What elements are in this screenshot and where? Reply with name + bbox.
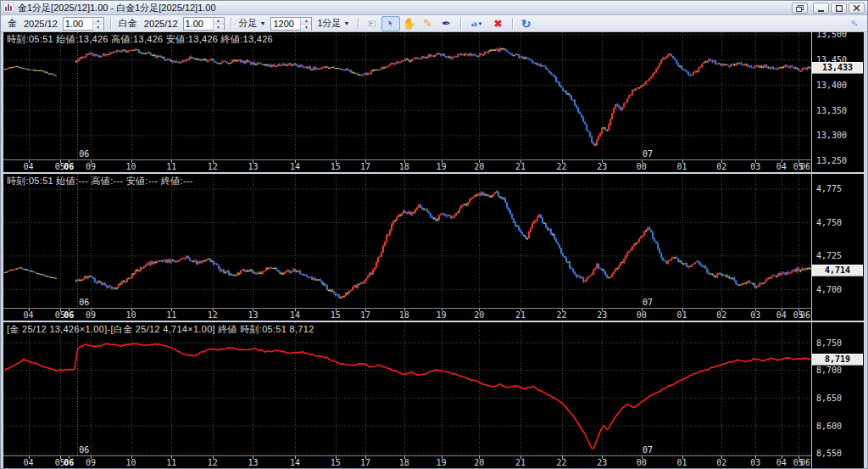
gold-chart-panel: 時刻:05:51 始値:13,426 高値:13,426 安値:13,426 終… (3, 32, 864, 172)
x-tick-label: 12 (208, 458, 218, 467)
x-tick-label: 06 (800, 162, 810, 171)
x-tick-label: 09 (86, 162, 96, 171)
x-tick-label: 22 (556, 310, 566, 320)
y-tick-label: 4,725 (816, 251, 842, 260)
platinum-multiplier-stepper[interactable]: ▲▼ (183, 17, 225, 31)
x-tick-label: 23 (597, 162, 607, 171)
x-tick-label: 02 (716, 310, 726, 320)
x-tick-label: 17 (360, 310, 370, 320)
x-tick-label: 04 (24, 458, 34, 467)
float-window-icon (796, 5, 804, 12)
bar-count-spin-arrows[interactable]: ▲▼ (300, 18, 311, 30)
toolbar-separator (358, 18, 359, 30)
pan-hand-tool-button[interactable]: ✋ (400, 16, 419, 31)
x-tick-label: 22 (556, 162, 566, 171)
x-tick-label: 13 (248, 458, 258, 467)
hand-icon: ✋ (402, 17, 415, 30)
day-change-label: 07 (643, 298, 653, 307)
chart-cursor-icon (369, 18, 376, 30)
x-tick-label: 10 (126, 162, 136, 171)
gold-plot-area[interactable]: 時刻:05:51 始値:13,426 高値:13,426 安値:13,426 終… (3, 32, 812, 172)
key-icon (851, 18, 858, 29)
x-tick-label: 17 (360, 458, 370, 467)
current-price-tag: 4,714 (812, 265, 863, 276)
gold-contract-month: 2025/12 (24, 19, 58, 29)
chevron-down-icon: ▼ (478, 21, 483, 26)
x-tick-label: 19 (436, 162, 446, 171)
toolbar-separator (110, 18, 111, 30)
x-tick-label: 11 (166, 162, 176, 171)
bar-count-stepper[interactable]: ▲▼ (270, 17, 312, 31)
day-change-label: 06 (79, 298, 89, 307)
chevron-down-icon: ▼ (260, 20, 266, 26)
platinum-label: 白金 (119, 17, 137, 30)
day-change-label: 07 (643, 445, 653, 455)
pen-draw-tool-button[interactable]: ✒ (437, 16, 456, 31)
x-tick-label: 10 (126, 458, 136, 467)
x-tick-label: 10 (126, 310, 136, 320)
gold-multiplier-spin-arrows[interactable]: ▲▼ (92, 18, 103, 30)
x-tick-label: 06 (800, 458, 810, 467)
y-tick-label: 8,600 (816, 421, 842, 430)
maximize-button[interactable] (831, 3, 847, 14)
x-tick-label: 01 (676, 162, 687, 171)
x-tick-label: 04 (776, 458, 787, 467)
bar-count-input[interactable] (271, 18, 300, 30)
gold-multiplier-stepper[interactable]: ▲▼ (63, 17, 104, 31)
period-type-dropdown[interactable]: 分足▼ (236, 16, 270, 31)
x-tick-label: 18 (399, 310, 409, 320)
day-change-label: 07 (643, 149, 653, 159)
day-change-label: 06 (79, 445, 89, 455)
key-settings-button[interactable] (845, 16, 864, 31)
gold-time-axis: 0405060910111213141517181920212223000102… (3, 159, 811, 172)
x-tick-label: 00 (637, 162, 647, 171)
chart-cursor-tool-button[interactable] (363, 16, 381, 31)
refresh-icon: ↻ (521, 17, 531, 31)
select-arrow-icon (387, 18, 394, 29)
pencil-icon: ✎ (423, 17, 432, 30)
y-tick-label: 13,300 (816, 131, 847, 140)
x-tick-label: 11 (166, 458, 176, 467)
platinum-time-axis: 0405060910111213141517181920212223000102… (3, 308, 811, 321)
gold-multiplier-input[interactable] (64, 18, 92, 30)
maximize-icon (836, 5, 843, 12)
close-button[interactable] (849, 3, 865, 14)
delete-drawing-tool-button[interactable]: ✖ (489, 16, 508, 31)
spread-time-axis: 0405060910111213141517181920212223000102… (3, 455, 811, 468)
x-tick-label: 14 (290, 458, 300, 467)
title-bar[interactable]: 金1分足[2025/12]1.00 - 白金1分足[2025/12]1.00 (1, 1, 867, 15)
x-tick-label: 01 (676, 458, 687, 467)
toolbar: 金 2025/12 ▲▼ 白金 2025/12 ▲▼ 分足▼ ▲▼ 1分足▼ (1, 15, 867, 32)
spread-plot-area[interactable]: [金 25/12 13,426×1.00]-[白金 25/12 4,714×1.… (3, 322, 812, 468)
platinum-ohlc-readout: 時刻:05:51 始値:--- 高値:--- 安値:--- 終値:--- (7, 175, 193, 187)
x-tick-label: 00 (637, 458, 647, 467)
gold-ohlc-readout: 時刻:05:51 始値:13,426 高値:13,426 安値:13,426 終… (7, 33, 273, 46)
x-tick-label: 06 (64, 458, 74, 467)
platinum-chart-panel: 時刻:05:51 始値:--- 高値:--- 安値:--- 終値:--- 040… (3, 174, 864, 321)
x-tick-label: 02 (716, 458, 726, 467)
x-tick-label: 18 (399, 458, 409, 467)
chevron-down-icon: ▼ (344, 20, 350, 26)
x-tick-label: 15 (331, 162, 341, 171)
day-change-label: 06 (79, 149, 89, 159)
float-window-button[interactable] (792, 3, 808, 14)
gold-platinum-spread-plot-svg (3, 322, 811, 455)
interval-dropdown[interactable]: 1分足▼ (314, 16, 353, 31)
x-tick-label: 20 (474, 458, 484, 467)
minimize-button[interactable] (813, 3, 829, 14)
x-tick-label: 03 (750, 458, 760, 467)
spread-formula-readout: [金 25/12 13,426×1.00]-[白金 25/12 4,714×1.… (7, 323, 314, 336)
x-tick-label: 21 (515, 162, 526, 171)
indicator-chart-tool-button[interactable]: ▼ (465, 16, 489, 31)
select-arrow-tool-button[interactable] (381, 16, 400, 31)
platinum-multiplier-spin-arrows[interactable]: ▲▼ (213, 18, 224, 30)
x-tick-label: 03 (750, 162, 760, 171)
x-tick-label: 13 (248, 310, 258, 320)
x-tick-label: 06 (64, 310, 74, 320)
refresh-tool-button[interactable]: ↻ (517, 16, 536, 31)
x-tick-label: 04 (24, 162, 34, 171)
platinum-plot-area[interactable]: 時刻:05:51 始値:--- 高値:--- 安値:--- 終値:--- 040… (3, 174, 812, 321)
platinum-multiplier-input[interactable] (184, 18, 213, 30)
pencil-draw-tool-button[interactable]: ✎ (419, 16, 437, 31)
x-tick-label: 22 (556, 458, 566, 467)
